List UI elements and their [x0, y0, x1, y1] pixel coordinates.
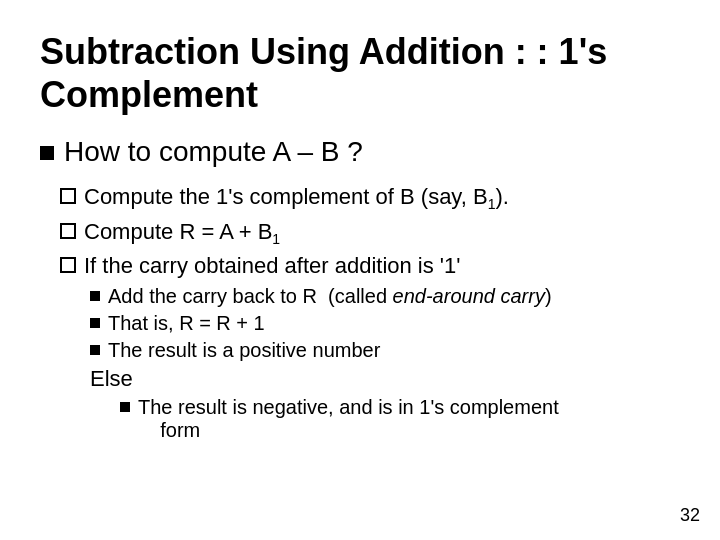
slide: Subtraction Using Addition : : 1's Compl…	[0, 0, 720, 540]
bullet-icon-1	[60, 188, 76, 204]
sub-item-text-2: That is, R = R + 1	[108, 312, 265, 335]
item-text-2: Compute R = A + B1	[84, 219, 280, 247]
sub-item-text-3: The result is a positive number	[108, 339, 380, 362]
sub-bullet-icon-1	[90, 291, 100, 301]
list-item: Compute the 1's complement of B (say, B1…	[60, 184, 680, 212]
sub-bullet-icon-2	[90, 318, 100, 328]
slide-title: Subtraction Using Addition : : 1's Compl…	[40, 30, 680, 116]
list-item: If the carry obtained after addition is …	[60, 253, 680, 279]
list-item: Compute R = A + B1	[60, 219, 680, 247]
section-heading: How to compute A – B ?	[40, 136, 680, 168]
bullet-icon-3	[60, 257, 76, 273]
sub-bullet-icon-3	[90, 345, 100, 355]
sub-list-item: The result is a positive number	[90, 339, 680, 362]
sub-list-item: Add the carry back to R (called end-arou…	[90, 285, 680, 308]
page-number: 32	[680, 505, 700, 526]
content-list: Compute the 1's complement of B (say, B1…	[40, 184, 680, 442]
item-text-3: If the carry obtained after addition is …	[84, 253, 461, 279]
else-sub-item-text: The result is negative, and is in 1's co…	[138, 396, 559, 442]
else-sub-bullet-icon	[120, 402, 130, 412]
sub-list: Add the carry back to R (called end-arou…	[60, 285, 680, 362]
heading-bullet-icon	[40, 146, 54, 160]
heading-text: How to compute A – B ?	[64, 136, 363, 168]
else-sub-list: The result is negative, and is in 1's co…	[60, 396, 680, 442]
bullet-icon-2	[60, 223, 76, 239]
sub-list-item: That is, R = R + 1	[90, 312, 680, 335]
else-label: Else	[60, 366, 680, 392]
item-text-1: Compute the 1's complement of B (say, B1…	[84, 184, 509, 212]
else-sub-list-item: The result is negative, and is in 1's co…	[120, 396, 680, 442]
sub-item-text-1: Add the carry back to R (called end-arou…	[108, 285, 552, 308]
